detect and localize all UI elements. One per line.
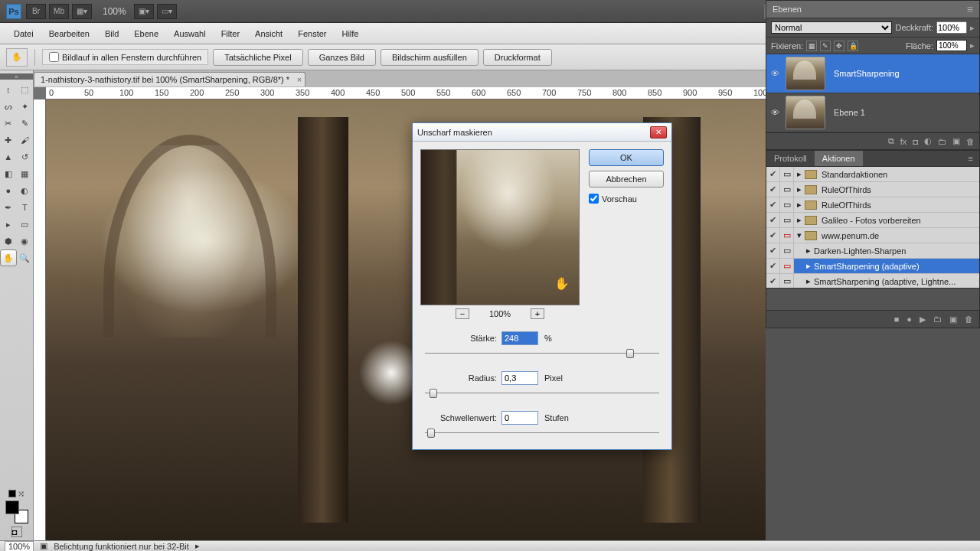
delete-layer-icon[interactable]: 🗑 xyxy=(966,137,975,146)
menu-help[interactable]: Hilfe xyxy=(334,29,366,38)
action-row[interactable]: ✔▭▸Standardaktionen xyxy=(766,167,979,182)
status-arrow-icon[interactable]: ▸ xyxy=(195,541,200,551)
layer-row[interactable]: 👁 SmartSharpening xyxy=(766,54,979,93)
shape-tool-icon[interactable]: ▭ xyxy=(17,216,34,233)
play-icon[interactable]: ▶ xyxy=(920,315,926,324)
layer-thumbnail[interactable] xyxy=(786,96,825,129)
3d-tool-icon[interactable]: ⬢ xyxy=(0,233,17,249)
radius-input[interactable] xyxy=(501,371,538,385)
scroll-all-windows-checkbox[interactable]: Bildlauf in allen Fenstern durchführen xyxy=(42,49,208,65)
menu-filter[interactable]: Filter xyxy=(214,29,247,38)
lock-paint-icon[interactable]: ✎ xyxy=(820,41,831,51)
swap-colors-icon[interactable]: ⤭ xyxy=(18,490,25,497)
minibridge-icon[interactable]: Mb xyxy=(49,4,69,19)
mask-icon[interactable]: ◘ xyxy=(913,137,918,146)
blur-tool-icon[interactable]: ● xyxy=(0,182,17,199)
layer-visibility-icon[interactable]: 👁 xyxy=(766,108,783,117)
delete-action-icon[interactable]: 🗑 xyxy=(965,315,973,324)
hand-tool-active-icon[interactable]: ✋ xyxy=(0,249,17,266)
opacity-input[interactable] xyxy=(936,21,967,34)
status-zoom[interactable]: 100% xyxy=(5,541,34,552)
layers-panel-menu-icon[interactable]: ≡ xyxy=(967,3,973,15)
marquee-tool-icon[interactable]: ⬚ xyxy=(17,81,34,98)
amount-input[interactable] xyxy=(501,331,538,345)
dodge-tool-icon[interactable]: ◐ xyxy=(17,182,34,199)
arrange-docs-icon[interactable]: ▣▾ xyxy=(134,4,154,19)
eraser-tool-icon[interactable]: ◧ xyxy=(0,165,17,182)
preview-checkbox[interactable]: Vorschau xyxy=(589,194,664,204)
menu-edit[interactable]: Bearbeiten xyxy=(41,29,97,38)
layer-visibility-icon[interactable]: 👁 xyxy=(766,69,783,78)
scroll-all-checkbox-input[interactable] xyxy=(49,52,59,62)
group-icon[interactable]: 🗀 xyxy=(938,137,946,146)
new-layer-icon[interactable]: ▣ xyxy=(952,136,960,146)
menu-window[interactable]: Fenster xyxy=(290,29,334,38)
document-tab[interactable]: 1-nathistory-3-nathistory.tif bei 100% (… xyxy=(34,72,305,86)
actions-tab[interactable]: Aktionen xyxy=(815,151,863,166)
action-row[interactable]: ✔▭▸Darken-Lighten-Sharpen xyxy=(766,243,979,259)
actions-panel-menu-icon[interactable]: ≡ xyxy=(962,151,979,166)
gradient-tool-icon[interactable]: ▦ xyxy=(17,165,34,182)
lock-transparent-icon[interactable]: ▦ xyxy=(806,41,817,51)
adjustment-icon[interactable]: ◐ xyxy=(924,136,932,146)
opacity-flyout-icon[interactable]: ▸ xyxy=(970,23,975,33)
layer-name[interactable]: Ebene 1 xyxy=(828,108,979,117)
ok-button[interactable]: OK xyxy=(589,149,664,166)
action-row[interactable]: ✔▭▸RuleOfThirds xyxy=(766,197,979,213)
hand-tool-icon[interactable]: ✋ xyxy=(6,48,28,67)
view-extras-icon[interactable]: ▦▾ xyxy=(72,4,92,19)
threshold-slider[interactable] xyxy=(425,428,659,439)
status-doc-icon[interactable]: ▣ xyxy=(40,541,47,551)
fx-icon[interactable]: fx xyxy=(900,137,907,146)
toolbox-collapse-icon[interactable]: » xyxy=(0,73,33,80)
lock-move-icon[interactable]: ✥ xyxy=(834,41,844,51)
bridge-icon[interactable]: Br xyxy=(26,4,46,19)
zoom-out-button[interactable]: − xyxy=(456,308,469,319)
move-tool-icon[interactable]: ↕ xyxy=(0,81,17,98)
menu-layer[interactable]: Ebene xyxy=(126,29,166,38)
action-row[interactable]: ✔▭▾www.penum.de xyxy=(766,228,979,243)
stop-icon[interactable]: ■ xyxy=(894,315,900,324)
lasso-tool-icon[interactable]: ᔕ xyxy=(0,98,17,115)
type-tool-icon[interactable]: T xyxy=(17,199,34,216)
quickmask-icon[interactable]: ◘ xyxy=(11,527,22,537)
fill-flyout-icon[interactable]: ▸ xyxy=(970,41,975,51)
record-icon[interactable]: ● xyxy=(906,315,912,324)
menu-view[interactable]: Ansicht xyxy=(247,29,290,38)
menu-file[interactable]: Datei xyxy=(6,29,41,38)
stamp-tool-icon[interactable]: ▲ xyxy=(0,148,17,165)
menu-select[interactable]: Auswahl xyxy=(166,29,214,38)
screen-mode-icon[interactable]: ▭▾ xyxy=(157,4,177,19)
layer-thumbnail[interactable] xyxy=(786,57,825,90)
zoom-tool-icon[interactable]: 🔍 xyxy=(17,249,33,266)
layer-row[interactable]: 👁 Ebene 1 xyxy=(766,93,979,132)
action-row[interactable]: ✔▭▸SmartSharpening (adaptive) xyxy=(766,259,979,274)
blend-mode-select[interactable]: Normal xyxy=(771,21,892,34)
healing-tool-icon[interactable]: ✚ xyxy=(0,132,17,148)
crop-tool-icon[interactable]: ✂ xyxy=(0,115,17,132)
pen-tool-icon[interactable]: ✒ xyxy=(0,199,17,216)
radius-slider[interactable] xyxy=(425,388,659,399)
history-brush-tool-icon[interactable]: ↺ xyxy=(17,148,34,165)
fill-input[interactable] xyxy=(936,40,967,51)
layer-name[interactable]: SmartSharpening xyxy=(828,69,979,78)
filter-preview[interactable]: ✋ xyxy=(420,149,580,305)
amount-slider[interactable] xyxy=(425,348,659,359)
threshold-input[interactable] xyxy=(501,411,538,425)
action-row[interactable]: ✔▭▸SmartSharpening (adaptive, Lightne... xyxy=(766,274,979,288)
zoom-in-button[interactable]: + xyxy=(531,308,544,319)
actual-pixels-button[interactable]: Tatsächliche Pixel xyxy=(213,49,302,66)
menu-image[interactable]: Bild xyxy=(97,29,126,38)
preview-checkbox-input[interactable] xyxy=(589,194,599,204)
eyedropper-tool-icon[interactable]: ✎ xyxy=(17,115,34,132)
3d-camera-tool-icon[interactable]: ◉ xyxy=(17,233,34,249)
brush-tool-icon[interactable]: 🖌 xyxy=(17,132,34,148)
action-row[interactable]: ✔▭▸RuleOfThirds xyxy=(766,182,979,197)
quick-select-tool-icon[interactable]: ✦ xyxy=(17,98,34,115)
link-layers-icon[interactable]: ⧉ xyxy=(888,136,894,146)
print-size-button[interactable]: Druckformat xyxy=(483,49,552,66)
fill-screen-button[interactable]: Bildschirm ausfüllen xyxy=(381,49,479,66)
new-set-icon[interactable]: 🗀 xyxy=(933,315,942,324)
action-row[interactable]: ✔▭▸Galileo - Fotos vorbereiten xyxy=(766,213,979,228)
dialog-close-button[interactable]: ✕ xyxy=(650,126,667,139)
